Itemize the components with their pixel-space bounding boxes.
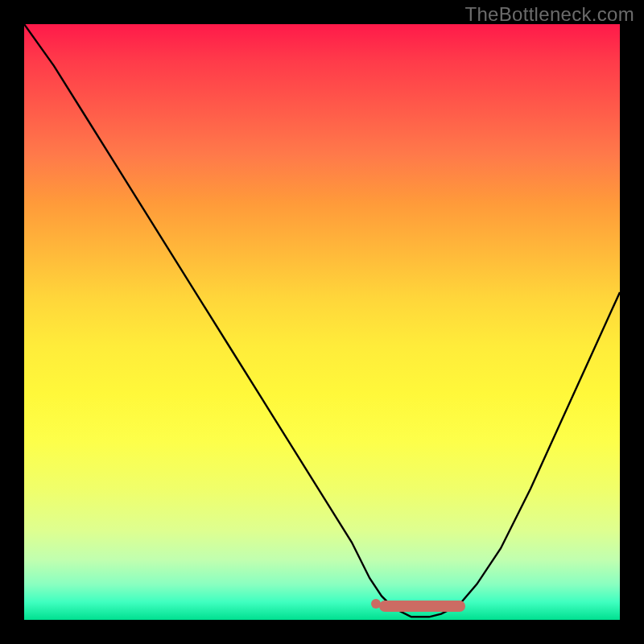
bottleneck-curve-path	[24, 24, 620, 617]
watermark-label: TheBottleneck.com	[464, 3, 634, 26]
highlight-segment	[379, 601, 465, 612]
chart-frame: TheBottleneck.com	[0, 0, 644, 644]
curve-svg	[24, 24, 620, 620]
plot-area	[24, 24, 620, 620]
